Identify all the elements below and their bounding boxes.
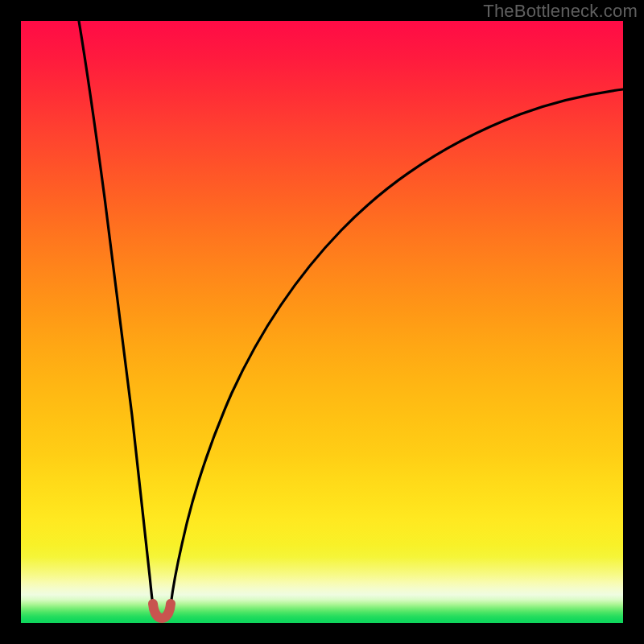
curve-layer <box>21 21 623 623</box>
curve-right-branch <box>171 89 623 605</box>
curve-bottom-link <box>153 604 171 618</box>
plot-frame <box>21 21 623 623</box>
curve-left-branch <box>79 21 153 605</box>
watermark-text: TheBottleneck.com <box>483 1 638 22</box>
